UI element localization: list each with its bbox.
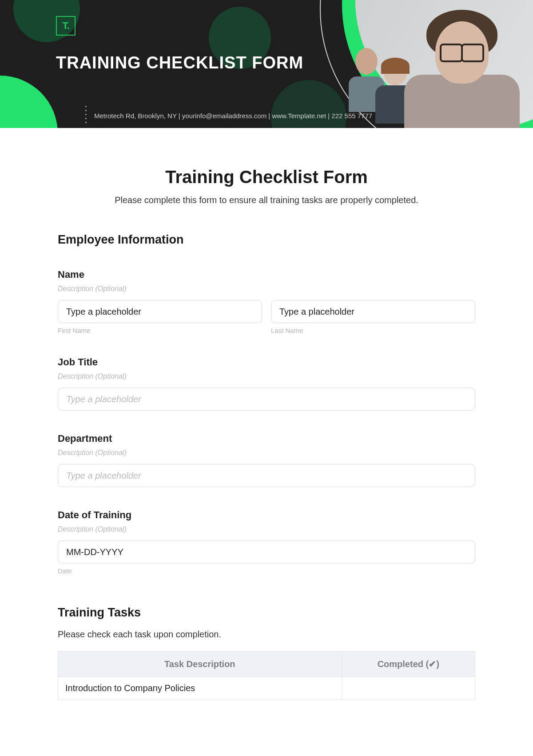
field-name: Name Description (Optional) First Name L… xyxy=(58,269,475,334)
logo: T. xyxy=(56,16,76,36)
decorative-circle xyxy=(271,80,346,128)
table-row: Introduction to Company Policies xyxy=(58,677,475,700)
name-description: Description (Optional) xyxy=(58,285,475,293)
department-input[interactable] xyxy=(58,464,475,487)
contact-info: Metrotech Rd, Brooklyn, NY | yourinfo@em… xyxy=(94,112,372,120)
job-title-description: Description (Optional) xyxy=(58,372,475,380)
col-task-description: Task Description xyxy=(58,652,342,677)
tasks-intro: Please check each task upon completion. xyxy=(58,629,475,640)
department-label: Department xyxy=(58,433,475,444)
form-body: Training Checklist Form Please complete … xyxy=(0,128,533,700)
job-title-label: Job Title xyxy=(58,356,475,368)
foreground-person xyxy=(395,12,520,128)
task-cell: Introduction to Company Policies xyxy=(58,677,342,700)
decorative-dots xyxy=(85,106,87,123)
section-employee-info: Employee Information xyxy=(58,233,475,247)
first-name-sublabel: First Name xyxy=(58,327,262,334)
banner-title: TRAINING CHECKLIST FORM xyxy=(56,53,303,72)
last-name-sublabel: Last Name xyxy=(271,327,475,334)
field-job-title: Job Title Description (Optional) xyxy=(58,356,475,411)
page-title: Training Checklist Form xyxy=(58,167,475,187)
field-department: Department Description (Optional) xyxy=(58,433,475,487)
job-title-input[interactable] xyxy=(58,388,475,411)
date-input[interactable] xyxy=(58,540,475,564)
department-description: Description (Optional) xyxy=(58,449,475,457)
col-completed: Completed (✔) xyxy=(342,652,475,677)
completed-cell[interactable] xyxy=(342,677,475,700)
decorative-blob xyxy=(0,76,58,128)
header-banner: T. TRAINING CHECKLIST FORM Metrotech Rd,… xyxy=(0,0,533,128)
logo-text: T. xyxy=(62,20,69,32)
page-subtitle: Please complete this form to ensure all … xyxy=(58,195,475,205)
date-label: Date of Training xyxy=(58,509,475,521)
date-description: Description (Optional) xyxy=(58,525,475,533)
last-name-input[interactable] xyxy=(271,300,475,323)
tasks-table: Task Description Completed (✔) Introduct… xyxy=(58,651,475,700)
first-name-input[interactable] xyxy=(58,300,262,323)
date-sublabel: Date xyxy=(58,567,475,575)
field-date-of-training: Date of Training Description (Optional) … xyxy=(58,509,475,575)
name-label: Name xyxy=(58,269,475,280)
section-training-tasks: Training Tasks xyxy=(58,606,475,620)
